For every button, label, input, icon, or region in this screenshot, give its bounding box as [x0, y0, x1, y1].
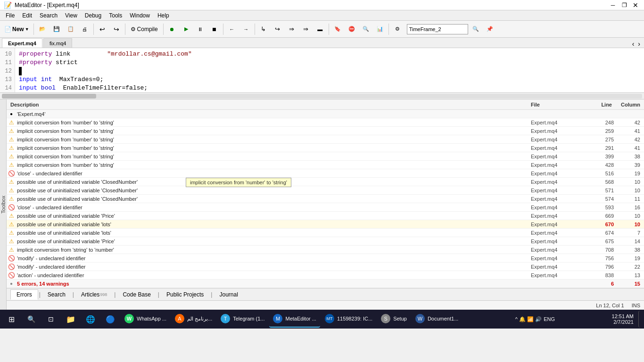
menu-search[interactable]: Search — [36, 11, 61, 20]
taskbar-word[interactable]: W Document1... — [412, 311, 462, 328]
tab-expert-mq4[interactable]: Expert.mq4 — [2, 38, 42, 48]
tab-prev[interactable]: ‹ — [630, 40, 636, 48]
line-num-10: 10 — [3, 50, 12, 58]
start-menu-button[interactable]: ⊞ — [2, 311, 21, 328]
save-button[interactable]: 💾 — [50, 23, 63, 36]
taskbar-setup[interactable]: S Setup — [377, 311, 411, 328]
error-row-10[interactable]: ⚠ possible use of uninitialized variable… — [7, 195, 644, 203]
menu-file[interactable]: File — [2, 11, 18, 20]
tab-errors[interactable]: Errors — [10, 289, 38, 300]
task-view-button[interactable]: ⊡ — [41, 311, 60, 328]
error-row-9[interactable]: ⚠ possible use of uninitialized variable… — [7, 186, 644, 195]
error-row-7[interactable]: 🚫 'close' - undeclared identifier Expert… — [7, 169, 644, 178]
redo-button[interactable]: ↪ — [110, 23, 123, 36]
settings-icon: ⚙ — [395, 26, 400, 32]
error-row-19[interactable]: 🚫 'action' - undeclared identifier Exper… — [7, 271, 644, 280]
menu-tools[interactable]: Tools — [105, 11, 126, 20]
maximize-button[interactable]: ❐ — [619, 1, 629, 9]
error-row-18[interactable]: 🚫 'modify' - undeclared identifier Exper… — [7, 263, 644, 271]
open-button[interactable]: 📂 — [36, 23, 49, 36]
tab-search[interactable]: Search — [41, 289, 72, 300]
error-row-4[interactable]: ⚠ implicit conversion from 'number' to '… — [7, 144, 644, 152]
folder-icon: 📁 — [66, 315, 75, 324]
h-scroll-track[interactable] — [2, 94, 642, 99]
nav-fwd-button[interactable]: → — [239, 23, 253, 36]
taskbar-mt4[interactable]: MT 11598239: IC... — [321, 311, 376, 328]
toolbar-extra-button[interactable]: 📌 — [483, 23, 496, 36]
debug2-button[interactable]: ↪ — [271, 23, 284, 36]
pause-button[interactable]: ⏸ — [194, 23, 207, 36]
watch-icon: 🔍 — [363, 26, 369, 32]
nav-back-button[interactable]: ← — [225, 23, 239, 36]
error-row-16[interactable]: ⚠ implicit conversion from 'string' to '… — [7, 246, 644, 254]
menu-window[interactable]: Window — [126, 11, 154, 20]
error-row-15[interactable]: ⚠ possible use of uninitialized variable… — [7, 237, 644, 246]
menu-edit[interactable]: Edit — [18, 11, 36, 20]
menu-debug[interactable]: Debug — [81, 11, 105, 20]
toolbox-label[interactable]: Toolbox — [0, 194, 7, 215]
horizontal-scrollbar[interactable] — [0, 93, 644, 99]
error-desc-4: implicit conversion from 'number' to 'st… — [16, 145, 531, 151]
print-button[interactable]: 🖨 — [78, 23, 91, 36]
menu-view[interactable]: View — [61, 11, 81, 20]
start-button[interactable]: ⏺ — [165, 23, 179, 36]
tab-public-projects[interactable]: Public Projects — [160, 289, 210, 300]
error-row-12[interactable]: ⚠ possible use of uninitialized variable… — [7, 212, 644, 220]
tab-fix-mq4[interactable]: fix.mq4 — [43, 38, 72, 48]
error-row-11[interactable]: 🚫 'close' - undeclared identifier Expert… — [7, 203, 644, 212]
error-desc-11: 'close' - undeclared identifier — [16, 205, 531, 210]
error-file-1: Expert.mq4 — [531, 120, 587, 125]
stop2-button[interactable]: ▬ — [314, 23, 327, 36]
saveas-button[interactable]: 📋 — [64, 23, 77, 36]
menu-help[interactable]: Help — [154, 11, 173, 20]
error-row-5[interactable]: ⚠ implicit conversion from 'number' to '… — [7, 152, 644, 161]
tab-articles[interactable]: Articles 998 — [75, 289, 113, 300]
error-row-17[interactable]: 🚫 'modify' - undeclared identifier Exper… — [7, 254, 644, 263]
show-desktop-button[interactable] — [638, 311, 642, 328]
minimize-button[interactable]: ─ — [608, 1, 618, 9]
breakpoint-button[interactable]: ⛔ — [345, 23, 358, 36]
play-button[interactable]: ▶ — [180, 23, 193, 36]
tab-next[interactable]: › — [636, 40, 642, 48]
taskbar-telegram[interactable]: T Telegram (1... — [217, 311, 268, 328]
close-button[interactable]: ✕ — [631, 1, 640, 9]
toolbar-search-button[interactable]: 🔍 — [469, 23, 482, 36]
debug1-button[interactable]: ↳ — [257, 23, 270, 36]
edge-button[interactable]: 🌐 — [81, 311, 100, 328]
settings-button[interactable]: ⚙ — [391, 23, 404, 36]
error-row-6[interactable]: ⚠ implicit conversion from 'number' to '… — [7, 161, 644, 169]
code-editor[interactable]: 10 11 12 13 14 #property link "mrdollar.… — [0, 48, 644, 93]
stop-button[interactable]: ⏹ — [208, 23, 221, 36]
undo-button[interactable]: ↩ — [96, 23, 109, 36]
toolbar-sep-2 — [93, 24, 94, 35]
chart-button[interactable]: 📊 — [373, 23, 387, 36]
compile-button[interactable]: ⚙Compile — [127, 23, 161, 36]
error-row-14[interactable]: ⚠ possible use of uninitialized variable… — [7, 229, 644, 237]
tab-journal[interactable]: Journal — [213, 289, 244, 300]
debug3-button[interactable]: ⇒ — [285, 23, 298, 36]
main-area: Description File Line Column ● 'Expert.m… — [7, 99, 644, 310]
chrome-button[interactable]: 🔵 — [101, 311, 120, 328]
tab-code-base[interactable]: Code Base — [116, 289, 157, 300]
error-row-3[interactable]: ⚠ implicit conversion from 'number' to '… — [7, 135, 644, 144]
error-row-2[interactable]: ⚠ implicit conversion from 'number' to '… — [7, 127, 644, 135]
taskbar-metaeditor[interactable]: M MetaEditor ... — [269, 311, 320, 328]
taskbar-whatsapp[interactable]: W WhatsApp ... — [121, 311, 170, 328]
bookmark-button[interactable]: 🔖 — [331, 23, 344, 36]
error-line-12: 669 — [587, 213, 616, 219]
h-scroll-thumb[interactable] — [2, 94, 96, 99]
debug4-button[interactable]: ⇒ — [299, 23, 313, 36]
new-button[interactable]: 📄 New ▼ — [2, 23, 32, 36]
toolbar-search-input[interactable] — [409, 26, 466, 32]
file-explorer-button[interactable]: 📁 — [61, 311, 80, 328]
taskbar-search-button[interactable]: 🔍 — [22, 311, 41, 328]
metaeditor-label: MetaEditor ... — [285, 316, 316, 321]
error-row-8[interactable]: ⚠ possible use of uninitialized variable… — [7, 178, 644, 186]
error-row-1[interactable]: ⚠ implicit conversion from 'number' to '… — [7, 118, 644, 127]
code-content[interactable]: #property link "mrdollar.cs@gmail.com" #… — [15, 48, 196, 92]
error-row-13[interactable]: ⚠ possible use of uninitialized variable… — [7, 220, 644, 229]
watch-button[interactable]: 🔍 — [359, 23, 372, 36]
error-file-11: Expert.mq4 — [531, 205, 587, 210]
error-file-8: Expert.mq4 — [531, 179, 587, 185]
taskbar-arabic[interactable]: A برنامج الم... — [171, 311, 216, 328]
